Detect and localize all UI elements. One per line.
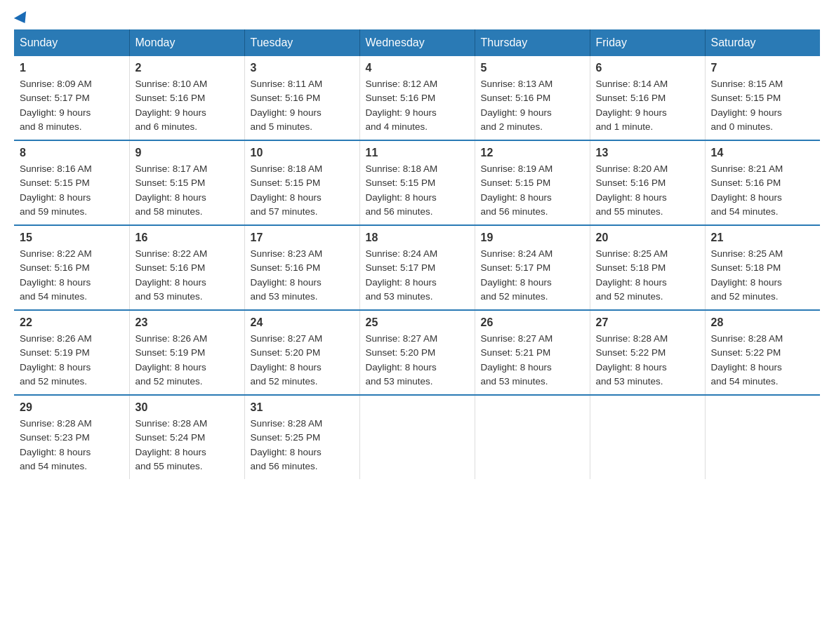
day-info: Sunrise: 8:12 AMSunset: 5:16 PMDaylight:…	[366, 77, 469, 134]
calendar-cell: 10 Sunrise: 8:18 AMSunset: 5:15 PMDaylig…	[244, 140, 359, 225]
logo-text	[14, 14, 29, 22]
calendar-cell: 1 Sunrise: 8:09 AMSunset: 5:17 PMDayligh…	[14, 56, 129, 140]
calendar-header-row: SundayMondayTuesdayWednesdayThursdayFrid…	[14, 29, 820, 56]
calendar-week-row: 8 Sunrise: 8:16 AMSunset: 5:15 PMDayligh…	[14, 140, 820, 225]
calendar-cell	[590, 395, 705, 479]
day-info: Sunrise: 8:14 AMSunset: 5:16 PMDaylight:…	[596, 77, 699, 134]
calendar-cell: 16 Sunrise: 8:22 AMSunset: 5:16 PMDaylig…	[129, 225, 244, 310]
day-info: Sunrise: 8:22 AMSunset: 5:16 PMDaylight:…	[135, 247, 239, 304]
calendar-cell: 8 Sunrise: 8:16 AMSunset: 5:15 PMDayligh…	[14, 140, 129, 225]
calendar-cell: 9 Sunrise: 8:17 AMSunset: 5:15 PMDayligh…	[129, 140, 244, 225]
calendar-cell: 27 Sunrise: 8:28 AMSunset: 5:22 PMDaylig…	[590, 310, 705, 395]
calendar-cell: 12 Sunrise: 8:19 AMSunset: 5:15 PMDaylig…	[475, 140, 590, 225]
day-info: Sunrise: 8:28 AMSunset: 5:24 PMDaylight:…	[135, 417, 239, 474]
column-header-monday: Monday	[129, 29, 244, 56]
day-number: 15	[20, 232, 124, 244]
day-info: Sunrise: 8:17 AMSunset: 5:15 PMDaylight:…	[135, 162, 239, 219]
day-info: Sunrise: 8:16 AMSunset: 5:15 PMDaylight:…	[20, 162, 124, 219]
day-info: Sunrise: 8:18 AMSunset: 5:15 PMDaylight:…	[251, 162, 354, 219]
day-info: Sunrise: 8:22 AMSunset: 5:16 PMDaylight:…	[20, 247, 124, 304]
day-number: 19	[481, 232, 584, 244]
day-number: 6	[596, 62, 699, 74]
day-number: 28	[711, 316, 815, 329]
calendar-cell: 25 Sunrise: 8:27 AMSunset: 5:20 PMDaylig…	[359, 310, 475, 395]
day-number: 17	[251, 232, 354, 244]
calendar-week-row: 15 Sunrise: 8:22 AMSunset: 5:16 PMDaylig…	[14, 225, 820, 310]
day-number: 9	[135, 147, 239, 159]
day-number: 4	[366, 62, 469, 74]
calendar-cell: 6 Sunrise: 8:14 AMSunset: 5:16 PMDayligh…	[590, 56, 705, 140]
day-number: 16	[135, 232, 239, 244]
day-number: 31	[251, 401, 354, 414]
calendar-cell: 18 Sunrise: 8:24 AMSunset: 5:17 PMDaylig…	[359, 225, 475, 310]
day-info: Sunrise: 8:15 AMSunset: 5:15 PMDaylight:…	[711, 77, 815, 134]
calendar-cell	[359, 395, 475, 479]
calendar-cell: 3 Sunrise: 8:11 AMSunset: 5:16 PMDayligh…	[244, 56, 359, 140]
day-number: 5	[481, 62, 584, 74]
calendar-cell: 31 Sunrise: 8:28 AMSunset: 5:25 PMDaylig…	[244, 395, 359, 479]
day-info: Sunrise: 8:20 AMSunset: 5:16 PMDaylight:…	[596, 162, 699, 219]
calendar-cell: 20 Sunrise: 8:25 AMSunset: 5:18 PMDaylig…	[590, 225, 705, 310]
calendar-cell: 14 Sunrise: 8:21 AMSunset: 5:16 PMDaylig…	[705, 140, 820, 225]
day-number: 11	[366, 147, 469, 159]
day-number: 13	[596, 147, 699, 159]
day-number: 2	[135, 62, 239, 74]
day-number: 25	[366, 316, 469, 329]
day-info: Sunrise: 8:26 AMSunset: 5:19 PMDaylight:…	[20, 332, 124, 389]
day-number: 14	[711, 147, 815, 159]
day-number: 23	[135, 316, 239, 329]
calendar-cell: 22 Sunrise: 8:26 AMSunset: 5:19 PMDaylig…	[14, 310, 129, 395]
day-info: Sunrise: 8:25 AMSunset: 5:18 PMDaylight:…	[596, 247, 699, 304]
calendar-week-row: 22 Sunrise: 8:26 AMSunset: 5:19 PMDaylig…	[14, 310, 820, 395]
column-header-tuesday: Tuesday	[244, 29, 359, 56]
calendar-cell	[705, 395, 820, 479]
day-info: Sunrise: 8:24 AMSunset: 5:17 PMDaylight:…	[481, 247, 584, 304]
day-info: Sunrise: 8:27 AMSunset: 5:20 PMDaylight:…	[251, 332, 354, 389]
day-info: Sunrise: 8:24 AMSunset: 5:17 PMDaylight:…	[366, 247, 469, 304]
column-header-friday: Friday	[590, 29, 705, 56]
calendar-cell: 28 Sunrise: 8:28 AMSunset: 5:22 PMDaylig…	[705, 310, 820, 395]
day-info: Sunrise: 8:28 AMSunset: 5:25 PMDaylight:…	[251, 417, 354, 474]
page-header	[14, 14, 820, 22]
calendar-cell: 24 Sunrise: 8:27 AMSunset: 5:20 PMDaylig…	[244, 310, 359, 395]
day-number: 8	[20, 147, 124, 159]
calendar-cell: 2 Sunrise: 8:10 AMSunset: 5:16 PMDayligh…	[129, 56, 244, 140]
calendar-cell: 29 Sunrise: 8:28 AMSunset: 5:23 PMDaylig…	[14, 395, 129, 479]
day-info: Sunrise: 8:13 AMSunset: 5:16 PMDaylight:…	[481, 77, 584, 134]
calendar-cell: 7 Sunrise: 8:15 AMSunset: 5:15 PMDayligh…	[705, 56, 820, 140]
calendar-cell: 4 Sunrise: 8:12 AMSunset: 5:16 PMDayligh…	[359, 56, 475, 140]
calendar-week-row: 29 Sunrise: 8:28 AMSunset: 5:23 PMDaylig…	[14, 395, 820, 479]
calendar-cell: 26 Sunrise: 8:27 AMSunset: 5:21 PMDaylig…	[475, 310, 590, 395]
day-number: 22	[20, 316, 124, 329]
calendar-cell: 5 Sunrise: 8:13 AMSunset: 5:16 PMDayligh…	[475, 56, 590, 140]
logo	[14, 14, 29, 22]
day-info: Sunrise: 8:19 AMSunset: 5:15 PMDaylight:…	[481, 162, 584, 219]
day-number: 3	[251, 62, 354, 74]
day-number: 27	[596, 316, 699, 329]
day-info: Sunrise: 8:10 AMSunset: 5:16 PMDaylight:…	[135, 77, 239, 134]
calendar-cell: 23 Sunrise: 8:26 AMSunset: 5:19 PMDaylig…	[129, 310, 244, 395]
column-header-thursday: Thursday	[475, 29, 590, 56]
calendar-table: SundayMondayTuesdayWednesdayThursdayFrid…	[14, 29, 820, 479]
calendar-cell: 30 Sunrise: 8:28 AMSunset: 5:24 PMDaylig…	[129, 395, 244, 479]
day-info: Sunrise: 8:26 AMSunset: 5:19 PMDaylight:…	[135, 332, 239, 389]
day-number: 21	[711, 232, 815, 244]
day-number: 29	[20, 401, 124, 414]
calendar-week-row: 1 Sunrise: 8:09 AMSunset: 5:17 PMDayligh…	[14, 56, 820, 140]
calendar-cell	[475, 395, 590, 479]
calendar-cell: 11 Sunrise: 8:18 AMSunset: 5:15 PMDaylig…	[359, 140, 475, 225]
calendar-cell: 21 Sunrise: 8:25 AMSunset: 5:18 PMDaylig…	[705, 225, 820, 310]
calendar-cell: 15 Sunrise: 8:22 AMSunset: 5:16 PMDaylig…	[14, 225, 129, 310]
day-info: Sunrise: 8:28 AMSunset: 5:23 PMDaylight:…	[20, 417, 124, 474]
column-header-saturday: Saturday	[705, 29, 820, 56]
day-number: 10	[251, 147, 354, 159]
column-header-wednesday: Wednesday	[359, 29, 475, 56]
day-info: Sunrise: 8:18 AMSunset: 5:15 PMDaylight:…	[366, 162, 469, 219]
calendar-cell: 17 Sunrise: 8:23 AMSunset: 5:16 PMDaylig…	[244, 225, 359, 310]
day-number: 20	[596, 232, 699, 244]
day-number: 30	[135, 401, 239, 414]
day-number: 1	[20, 62, 124, 74]
day-info: Sunrise: 8:28 AMSunset: 5:22 PMDaylight:…	[711, 332, 815, 389]
day-info: Sunrise: 8:11 AMSunset: 5:16 PMDaylight:…	[251, 77, 354, 134]
day-info: Sunrise: 8:23 AMSunset: 5:16 PMDaylight:…	[251, 247, 354, 304]
